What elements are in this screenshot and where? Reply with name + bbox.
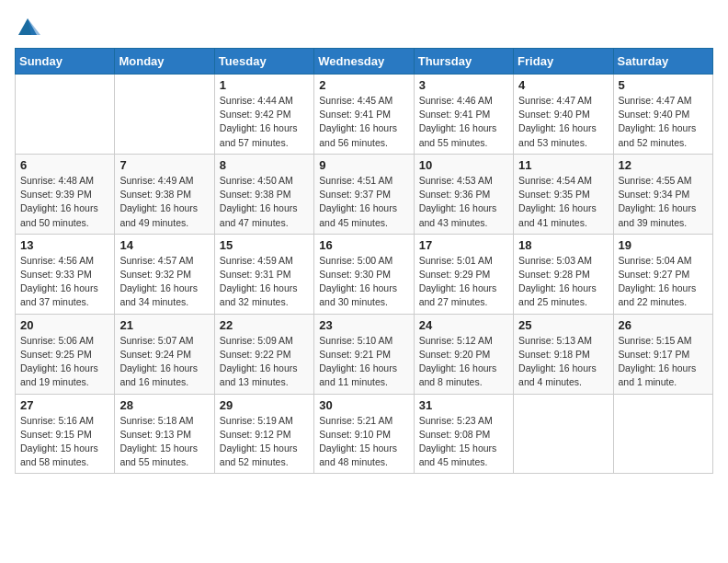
day-detail: Sunrise: 4:59 AM Sunset: 9:31 PM Dayligh… [220,254,309,310]
calendar-cell: 4Sunrise: 4:47 AM Sunset: 9:40 PM Daylig… [514,75,613,155]
day-number: 10 [419,158,508,172]
calendar-table: SundayMondayTuesdayWednesdayThursdayFrid… [15,48,713,474]
calendar-cell: 25Sunrise: 5:13 AM Sunset: 9:18 PM Dayli… [514,314,613,394]
day-detail: Sunrise: 5:06 AM Sunset: 9:25 PM Dayligh… [20,334,109,390]
day-number: 25 [518,318,608,332]
calendar-cell: 12Sunrise: 4:55 AM Sunset: 9:34 PM Dayli… [613,154,712,234]
day-number: 7 [119,158,209,172]
calendar-cell: 10Sunrise: 4:53 AM Sunset: 9:36 PM Dayli… [414,154,513,234]
logo-icon [15,15,40,40]
calendar-cell: 28Sunrise: 5:18 AM Sunset: 9:13 PM Dayli… [115,394,214,474]
day-detail: Sunrise: 5:19 AM Sunset: 9:12 PM Dayligh… [220,414,309,470]
day-detail: Sunrise: 5:04 AM Sunset: 9:27 PM Dayligh… [619,254,708,310]
day-detail: Sunrise: 5:15 AM Sunset: 9:17 PM Dayligh… [619,334,708,390]
day-number: 17 [419,238,508,252]
weekday-header-saturday: Saturday [613,49,712,75]
calendar-week-2: 6Sunrise: 4:48 AM Sunset: 9:39 PM Daylig… [16,154,713,234]
calendar-cell: 11Sunrise: 4:54 AM Sunset: 9:35 PM Dayli… [514,154,613,234]
day-detail: Sunrise: 4:54 AM Sunset: 9:35 PM Dayligh… [518,174,608,230]
day-detail: Sunrise: 4:44 AM Sunset: 9:42 PM Dayligh… [220,94,309,150]
calendar-cell: 15Sunrise: 4:59 AM Sunset: 9:31 PM Dayli… [214,234,313,314]
day-detail: Sunrise: 5:12 AM Sunset: 9:20 PM Dayligh… [419,334,508,390]
calendar-cell: 8Sunrise: 4:50 AM Sunset: 9:38 PM Daylig… [214,154,313,234]
day-detail: Sunrise: 5:13 AM Sunset: 9:18 PM Dayligh… [518,334,608,390]
calendar-cell: 14Sunrise: 4:57 AM Sunset: 9:32 PM Dayli… [115,234,214,314]
calendar-cell: 21Sunrise: 5:07 AM Sunset: 9:24 PM Dayli… [115,314,214,394]
calendar-week-1: 1Sunrise: 4:44 AM Sunset: 9:42 PM Daylig… [16,75,713,155]
weekday-header-monday: Monday [115,49,214,75]
calendar-cell: 27Sunrise: 5:16 AM Sunset: 9:15 PM Dayli… [16,394,115,474]
day-number: 18 [518,238,608,252]
day-number: 13 [20,238,109,252]
weekday-header-wednesday: Wednesday [314,49,414,75]
calendar-cell: 5Sunrise: 4:47 AM Sunset: 9:40 PM Daylig… [613,75,712,155]
day-number: 5 [619,78,708,92]
calendar-week-3: 13Sunrise: 4:56 AM Sunset: 9:33 PM Dayli… [16,234,713,314]
day-number: 31 [419,398,508,412]
day-detail: Sunrise: 5:00 AM Sunset: 9:30 PM Dayligh… [319,254,408,310]
day-detail: Sunrise: 5:18 AM Sunset: 9:13 PM Dayligh… [119,414,209,470]
calendar-cell: 31Sunrise: 5:23 AM Sunset: 9:08 PM Dayli… [414,394,513,474]
day-detail: Sunrise: 4:51 AM Sunset: 9:37 PM Dayligh… [319,174,408,230]
calendar-cell: 26Sunrise: 5:15 AM Sunset: 9:17 PM Dayli… [613,314,712,394]
day-detail: Sunrise: 5:16 AM Sunset: 9:15 PM Dayligh… [20,414,109,470]
calendar-cell: 7Sunrise: 4:49 AM Sunset: 9:38 PM Daylig… [115,154,214,234]
calendar-cell: 23Sunrise: 5:10 AM Sunset: 9:21 PM Dayli… [314,314,414,394]
calendar-cell: 20Sunrise: 5:06 AM Sunset: 9:25 PM Dayli… [16,314,115,394]
weekday-header-sunday: Sunday [16,49,115,75]
day-number: 24 [419,318,508,332]
day-detail: Sunrise: 4:47 AM Sunset: 9:40 PM Dayligh… [619,94,708,150]
calendar-cell: 30Sunrise: 5:21 AM Sunset: 9:10 PM Dayli… [314,394,414,474]
day-number: 16 [319,238,408,252]
day-detail: Sunrise: 4:57 AM Sunset: 9:32 PM Dayligh… [119,254,209,310]
day-number: 9 [319,158,408,172]
day-number: 21 [119,318,209,332]
day-detail: Sunrise: 4:45 AM Sunset: 9:41 PM Dayligh… [319,94,408,150]
calendar-cell: 17Sunrise: 5:01 AM Sunset: 9:29 PM Dayli… [414,234,513,314]
calendar-cell: 6Sunrise: 4:48 AM Sunset: 9:39 PM Daylig… [16,154,115,234]
day-detail: Sunrise: 5:23 AM Sunset: 9:08 PM Dayligh… [419,414,508,470]
calendar-cell [16,75,115,155]
day-number: 29 [220,398,309,412]
calendar-cell: 22Sunrise: 5:09 AM Sunset: 9:22 PM Dayli… [214,314,313,394]
day-detail: Sunrise: 4:46 AM Sunset: 9:41 PM Dayligh… [419,94,508,150]
day-number: 27 [20,398,109,412]
logo [15,15,42,40]
day-detail: Sunrise: 4:49 AM Sunset: 9:38 PM Dayligh… [119,174,209,230]
calendar-cell: 19Sunrise: 5:04 AM Sunset: 9:27 PM Dayli… [613,234,712,314]
day-detail: Sunrise: 4:48 AM Sunset: 9:39 PM Dayligh… [20,174,109,230]
calendar-cell [514,394,613,474]
day-detail: Sunrise: 5:01 AM Sunset: 9:29 PM Dayligh… [419,254,508,310]
day-number: 28 [119,398,209,412]
day-number: 30 [319,398,408,412]
weekday-header-tuesday: Tuesday [214,49,313,75]
day-detail: Sunrise: 4:50 AM Sunset: 9:38 PM Dayligh… [220,174,309,230]
day-number: 20 [20,318,109,332]
day-number: 12 [619,158,708,172]
day-number: 4 [518,78,608,92]
day-detail: Sunrise: 4:53 AM Sunset: 9:36 PM Dayligh… [419,174,508,230]
weekday-header-thursday: Thursday [414,49,513,75]
calendar-cell: 13Sunrise: 4:56 AM Sunset: 9:33 PM Dayli… [16,234,115,314]
day-number: 15 [220,238,309,252]
calendar-cell: 29Sunrise: 5:19 AM Sunset: 9:12 PM Dayli… [214,394,313,474]
day-number: 1 [220,78,309,92]
calendar-cell [613,394,712,474]
day-detail: Sunrise: 5:10 AM Sunset: 9:21 PM Dayligh… [319,334,408,390]
calendar-week-4: 20Sunrise: 5:06 AM Sunset: 9:25 PM Dayli… [16,314,713,394]
day-number: 23 [319,318,408,332]
day-number: 14 [119,238,209,252]
day-number: 26 [619,318,708,332]
day-detail: Sunrise: 5:09 AM Sunset: 9:22 PM Dayligh… [220,334,309,390]
page-header [15,15,713,40]
calendar-cell: 3Sunrise: 4:46 AM Sunset: 9:41 PM Daylig… [414,75,513,155]
day-detail: Sunrise: 5:07 AM Sunset: 9:24 PM Dayligh… [119,334,209,390]
calendar-cell [115,75,214,155]
day-number: 11 [518,158,608,172]
day-number: 19 [619,238,708,252]
day-detail: Sunrise: 4:55 AM Sunset: 9:34 PM Dayligh… [619,174,708,230]
day-number: 2 [319,78,408,92]
calendar-header-row: SundayMondayTuesdayWednesdayThursdayFrid… [16,49,713,75]
calendar-week-5: 27Sunrise: 5:16 AM Sunset: 9:15 PM Dayli… [16,394,713,474]
day-detail: Sunrise: 5:21 AM Sunset: 9:10 PM Dayligh… [319,414,408,470]
